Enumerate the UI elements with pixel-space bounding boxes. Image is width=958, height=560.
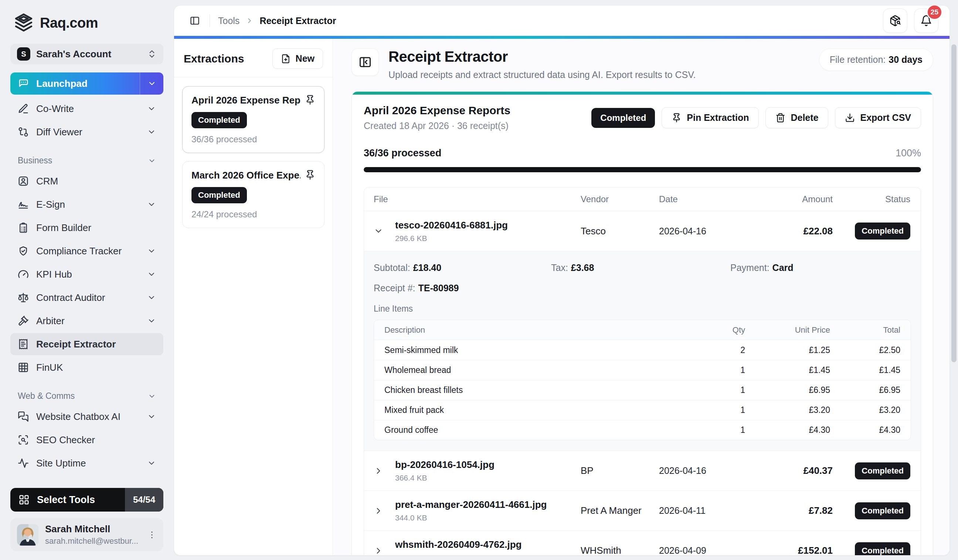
receipt-vendor: Pret A Manger	[581, 505, 659, 516]
sidebar-item-label: Contract Auditor	[36, 292, 105, 303]
receipt-amount: £152.01	[770, 545, 833, 555]
topbar-divider	[209, 14, 210, 27]
receipt-row[interactable]: whsmith-20260409-4762.jpg 384.2 KB WHSmi…	[364, 530, 921, 555]
chevrons-up-down-icon	[147, 49, 157, 59]
pin-icon[interactable]	[305, 170, 315, 180]
sidebar-item-receipt-extractor[interactable]: Receipt Extractor	[10, 333, 163, 355]
col-file: File	[374, 194, 581, 205]
sidebar-item-launchpad[interactable]: Launchpad	[10, 73, 163, 95]
accent-gradient-bar	[174, 36, 950, 39]
sidebar-item-contract-auditor[interactable]: Contract Auditor	[10, 287, 163, 309]
receipt-row[interactable]: bp-20260416-1054.jpg 366.4 KB BP 2026-04…	[364, 451, 921, 490]
more-vertical-icon[interactable]	[147, 530, 157, 540]
sidebar-section-web-comms[interactable]: Web & Comms	[18, 391, 156, 401]
sidebar-item-kpi-hub[interactable]: KPI Hub	[10, 263, 163, 286]
receipt-date: 2026-04-09	[659, 545, 770, 555]
section-label: Business	[18, 155, 52, 166]
sidebar-item-compliance-tracker[interactable]: Compliance Tracker	[10, 240, 163, 262]
progress-percent: 100%	[896, 148, 921, 159]
page-title: Receipt Extractor	[389, 48, 696, 65]
launchpad-expand-button[interactable]	[140, 73, 163, 95]
sidebar-item-label: Launchpad	[36, 78, 87, 89]
chevron-down-icon[interactable]	[374, 226, 383, 236]
export-csv-button[interactable]: Export CSV	[835, 107, 921, 128]
panel-left-icon	[190, 16, 200, 26]
sidebar-item-e-sign[interactable]: E-Sign	[10, 194, 163, 216]
status-badge: Completed	[855, 502, 910, 519]
sidebar-item-label: Co-Write	[36, 103, 74, 114]
sidebar-item-arbiter[interactable]: Arbiter	[10, 310, 163, 332]
sidebar-nav: Launchpad Co-Write Diff Viewer Business …	[10, 73, 163, 474]
select-tools-count-badge: 54/54	[125, 488, 163, 512]
chevron-right-icon[interactable]	[374, 546, 383, 555]
pin-extraction-button[interactable]: Pin Extraction	[661, 107, 759, 128]
file-retention-badge: File retention:30 days	[819, 48, 933, 71]
sidebar-item-crm[interactable]: CRM	[10, 170, 163, 192]
account-switcher[interactable]: S Sarah's Account	[10, 44, 163, 64]
signature-icon	[18, 199, 29, 210]
sidebar-item-co-write[interactable]: Co-Write	[10, 98, 163, 120]
receipt-filesize: 366.4 KB	[395, 473, 581, 482]
chevron-down-icon	[148, 157, 156, 165]
tool-icon-button[interactable]	[352, 48, 379, 76]
chevron-right-icon[interactable]	[374, 466, 383, 476]
receipt-amount: £40.37	[770, 465, 833, 476]
git-compare-icon	[18, 127, 29, 138]
breadcrumb-tools[interactable]: Tools	[218, 16, 240, 26]
line-items-header: Description Qty Unit Price Total	[374, 320, 911, 340]
sidebar-item-diff-viewer[interactable]: Diff Viewer	[10, 121, 163, 143]
package-search-button[interactable]	[883, 8, 907, 33]
brand-name: Raq.com	[40, 15, 98, 31]
col-description: Description	[384, 325, 704, 335]
sidebar-item-finuk[interactable]: FinUK	[10, 356, 163, 379]
receipt-filename: pret-a-manger-20260411-4661.jpg	[395, 499, 581, 511]
delete-label: Delete	[791, 113, 818, 123]
notifications-button[interactable]: 25	[914, 8, 938, 33]
receipt-row[interactable]: pret-a-manger-20260411-4661.jpg 344.0 KB…	[364, 490, 921, 530]
progress-label: 36/36 processed	[364, 148, 441, 159]
sidebar-section-business[interactable]: Business	[18, 155, 156, 166]
sidebar-item-label: Site Uptime	[36, 458, 86, 469]
pin-extraction-label: Pin Extraction	[687, 113, 749, 123]
pin-icon[interactable]	[305, 95, 315, 105]
receipt-filesize: 384.2 KB	[395, 553, 581, 555]
line-items-label: Line Items	[374, 304, 911, 314]
user-card[interactable]: Sarah Mitchell sarah.mitchell@westbur...	[10, 518, 163, 551]
receipt-filename: tesco-20260416-6881.jpg	[395, 220, 581, 231]
launchpad-main[interactable]: Launchpad	[10, 73, 140, 95]
chevron-down-icon	[147, 293, 156, 302]
new-button-label: New	[296, 53, 314, 64]
sidebar-item-label: Arbiter	[36, 315, 65, 327]
sidebar-item-website-chatbox-ai[interactable]: Website Chatbox AI	[10, 406, 163, 428]
sidebar-item-label: KPI Hub	[36, 269, 72, 280]
sidebar-toggle-button[interactable]	[185, 11, 205, 30]
chevron-down-icon	[147, 127, 156, 136]
chevron-right-icon[interactable]	[374, 506, 383, 516]
subtotal-field: Subtotal:£18.40	[374, 262, 551, 273]
sidebar-item-seo-checker[interactable]: SEO Checker	[10, 429, 163, 451]
messages-icon	[18, 411, 29, 422]
account-label: Sarah's Account	[36, 48, 141, 60]
col-qty: Qty	[704, 325, 745, 335]
extraction-card-march[interactable]: March 2026 Office Expe... Completed 24/2…	[182, 161, 325, 228]
receipt-row[interactable]: tesco-20260416-6881.jpg 296.6 KB Tesco 2…	[364, 211, 921, 251]
sidebar-item-label: SEO Checker	[36, 434, 95, 446]
vertical-scrollbar[interactable]	[951, 44, 956, 362]
extractions-pane: Extractions New April 2026 Expense Rep..…	[174, 39, 333, 555]
brand: Raq.com	[10, 11, 163, 35]
sidebar-item-site-uptime[interactable]: Site Uptime	[10, 452, 163, 474]
new-extraction-button[interactable]: New	[273, 48, 323, 69]
receipts-table-header: File Vendor Date Amount Status	[364, 187, 921, 211]
extraction-title: March 2026 Office Expe...	[192, 170, 300, 181]
select-tools-button[interactable]: Select Tools 54/54	[10, 488, 163, 512]
receipt-number-field: Receipt #:TE-80989	[374, 283, 911, 293]
status-badge: Completed	[592, 108, 655, 128]
trash-icon	[776, 113, 785, 123]
delete-button[interactable]: Delete	[765, 107, 828, 128]
receipt-filename: whsmith-20260409-4762.jpg	[395, 539, 581, 550]
section-label: Web & Comms	[18, 391, 75, 401]
line-item-row: Wholemeal bread 1 £1.45 £1.45	[374, 360, 911, 380]
sidebar-item-form-builder[interactable]: Form Builder	[10, 217, 163, 239]
status-badge: Completed	[855, 542, 910, 555]
extraction-card-april[interactable]: April 2026 Expense Rep... Completed 36/3…	[182, 86, 325, 153]
